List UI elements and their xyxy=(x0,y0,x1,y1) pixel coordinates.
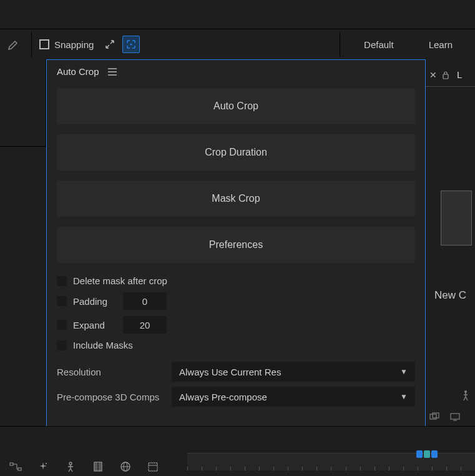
calendar-icon[interactable] xyxy=(146,460,160,474)
svg-rect-13 xyxy=(149,463,157,471)
svg-point-8 xyxy=(46,463,47,464)
expand-input[interactable] xyxy=(123,316,167,334)
svg-point-9 xyxy=(69,462,72,465)
svg-rect-7 xyxy=(18,468,21,470)
svg-rect-1 xyxy=(443,74,448,79)
cropduration-button[interactable]: Crop Duration xyxy=(57,134,415,171)
precompose-label: Pre-compose 3D Comps xyxy=(57,392,172,402)
new-comp-label: New C xyxy=(434,289,466,302)
globe-icon[interactable] xyxy=(119,460,132,474)
work-area-end-handle[interactable] xyxy=(431,450,438,458)
deletemask-checkbox[interactable] xyxy=(57,276,67,286)
autocrop-panel: Auto Crop Auto Crop Crop Duration Mask C… xyxy=(46,59,426,432)
chevron-down-icon: ▼ xyxy=(400,392,408,401)
timeline-panel xyxy=(0,426,475,476)
tab-letter[interactable]: L xyxy=(457,69,462,80)
snapping-checkbox-icon xyxy=(39,39,49,49)
svg-rect-4 xyxy=(433,413,439,418)
snapping-toggle[interactable]: Snapping xyxy=(36,39,97,50)
resolution-label: Resolution xyxy=(57,367,172,377)
deletemask-label: Delete mask after crop xyxy=(73,275,167,286)
svg-point-0 xyxy=(130,44,132,46)
work-area-start-handle[interactable] xyxy=(416,450,423,458)
person-icon[interactable] xyxy=(461,390,470,401)
svg-rect-5 xyxy=(451,414,459,419)
monitor-icon[interactable] xyxy=(449,412,462,422)
flow-icon[interactable] xyxy=(9,460,22,474)
close-icon[interactable]: ✕ xyxy=(429,70,437,80)
work-area-mid-handle[interactable] xyxy=(424,450,430,458)
svg-rect-6 xyxy=(10,463,13,465)
padding-label: Padding xyxy=(73,296,117,307)
workspace-tab-default[interactable]: Default xyxy=(359,33,399,56)
svg-rect-3 xyxy=(430,414,436,419)
padding-input[interactable] xyxy=(123,292,167,310)
puppet-icon[interactable] xyxy=(64,460,77,474)
workspace-tab-learn[interactable]: Learn xyxy=(424,33,458,56)
filmstrip-icon[interactable] xyxy=(91,460,105,474)
includemasks-checkbox[interactable] xyxy=(57,340,67,350)
new-comp-placeholder[interactable] xyxy=(441,191,472,245)
maskcrop-button[interactable]: Mask Crop xyxy=(57,181,415,217)
layers-icon[interactable] xyxy=(429,412,442,422)
panel-title: Auto Crop xyxy=(57,66,99,77)
sparkle-icon[interactable] xyxy=(36,460,50,474)
expand-label: Expand xyxy=(73,320,117,330)
includemasks-label: Include Masks xyxy=(73,340,133,350)
autocrop-button[interactable]: Auto Crop xyxy=(57,88,415,124)
pen-tool-icon[interactable] xyxy=(5,36,22,53)
expand-checkbox[interactable] xyxy=(57,320,67,330)
panel-menu-icon[interactable] xyxy=(108,68,117,76)
resolution-value: Always Use Current Res xyxy=(179,367,281,377)
chevron-down-icon: ▼ xyxy=(400,367,408,376)
preferences-button[interactable]: Preferences xyxy=(57,227,415,263)
snap-brackets-icon[interactable] xyxy=(122,36,140,53)
precompose-dropdown[interactable]: Always Pre-compose ▼ xyxy=(172,387,415,407)
padding-checkbox[interactable] xyxy=(57,296,67,306)
svg-point-2 xyxy=(464,390,467,393)
lock-icon[interactable] xyxy=(442,71,449,79)
resolution-dropdown[interactable]: Always Use Current Res ▼ xyxy=(172,362,415,382)
precompose-value: Always Pre-compose xyxy=(179,392,267,402)
snapping-label: Snapping xyxy=(54,39,94,50)
collapse-icon[interactable] xyxy=(101,36,119,53)
